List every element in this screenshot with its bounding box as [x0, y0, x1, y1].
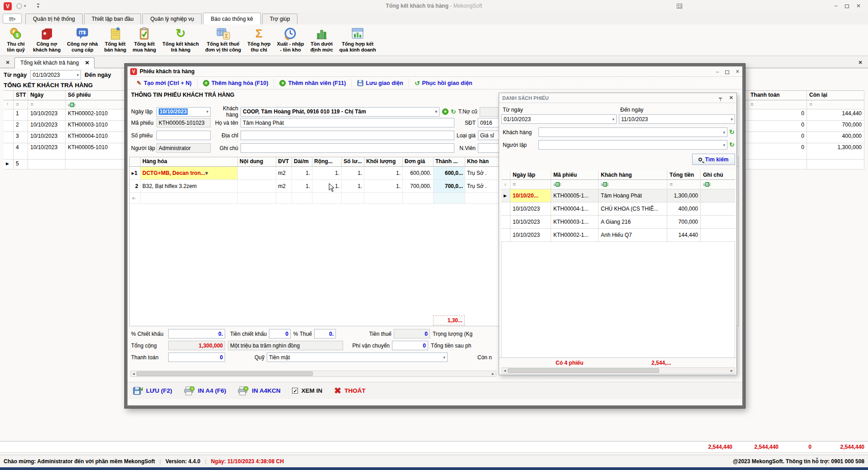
ribbon-button-thu-chi-ton-quy[interactable]: €$ Thu chitồn quỹ [2, 25, 30, 53]
ribbon-button-tong-hop-thu-chi[interactable]: Σ Tổng hợpthu chi [244, 25, 274, 53]
app-menu-button[interactable]: ▤▾ [3, 14, 22, 24]
list-item[interactable]: ▶ 10/10/20... KTH00005-1... Tâm Hoàng Ph… [501, 189, 735, 202]
print-a4kcn-button[interactable]: ? IN A4KCN [238, 386, 280, 395]
dialog-hscrollbar[interactable]: ◄ ► [130, 371, 496, 377]
dialog-minimize-icon[interactable]: – [716, 69, 719, 74]
chevron-down-icon[interactable]: ▾ [205, 170, 208, 176]
new-button[interactable]: ✎Tạo mới (Ctrl + N) [131, 79, 198, 88]
panel-titlebar[interactable]: DANH SÁCH PHIẾU ✕ [499, 93, 736, 103]
chevron-down-icon[interactable]: ▾ [729, 117, 733, 122]
tong-tien-sau-phi-label: Tổng tiền sau ph [428, 343, 481, 349]
panel-close-icon[interactable]: ✕ [729, 95, 733, 101]
minimize-button[interactable]: – [832, 3, 840, 9]
list-item[interactable]: 10/10/2023 KTH00003-1... A Giang 216 700… [501, 216, 735, 229]
panel-table-filter-row[interactable]: ♀ = aBc aBc = aBc [501, 180, 735, 189]
ribbon-button-tong-ket-khach-tra-hang[interactable]: ↻ Tổng kết kháchtrả hàng [159, 25, 202, 53]
refresh-icon[interactable]: ↻ [729, 128, 735, 136]
ribbon-button-tong-ket-ban-hang[interactable]: Tổng kếtbán hàng [101, 25, 129, 53]
dialog-titlebar[interactable]: V Phiếu khách trả hàng – ✕ [127, 66, 742, 77]
tab-quan-ly-nghiep-vu[interactable]: Quản lý nghiệp vụ [142, 14, 202, 24]
add-customer-icon[interactable]: + [442, 108, 448, 115]
panel-from-date-input[interactable]: 01/10/2023▾ [501, 114, 617, 124]
chevron-down-icon[interactable]: ▾ [722, 130, 725, 135]
dia-chi-input[interactable] [241, 131, 454, 140]
product-name-cell[interactable]: B32, Bạt hiflex 3.2zem [141, 180, 238, 193]
tab-bao-cao-thong-ke[interactable]: Báo cáo thống kê [203, 13, 260, 24]
preview-checkbox[interactable]: ✓ XEM IN [292, 387, 322, 394]
chevron-down-icon[interactable]: ▾ [442, 355, 445, 360]
ribbon-button-tong-hop-ket-qua-kinh-doanh[interactable]: Tổng hợp kếtquả kinh doanh [336, 25, 379, 53]
abc-filter-icon: aBc [701, 180, 735, 189]
section-title: THÔNG TIN PHIẾU KHÁCH TRẢ HÀNG [131, 92, 234, 98]
panel-to-date-input[interactable]: 11/10/2023▾ [619, 114, 735, 124]
add-staff-button[interactable]: +Thêm nhân viên (F11) [274, 79, 352, 88]
tab-quan-tri-he-thong[interactable]: Quản trị hệ thống [25, 14, 83, 24]
maximize-button[interactable] [843, 3, 851, 9]
scroll-left-icon[interactable]: ◄ [502, 369, 508, 373]
t-no-cu-label: T.Nợ cũ [456, 108, 480, 115]
save-layout-button[interactable]: Lưu giao diện [352, 79, 409, 88]
ribbon-button-tong-ket-thue[interactable]: Σ Tổng kết thuếđơn vị thi công [202, 25, 244, 53]
dialog-maximize-icon[interactable] [725, 70, 729, 74]
summary-total: 0 [808, 444, 811, 450]
ho-ten-input[interactable]: Tâm Hoàng Phát [241, 118, 454, 127]
thanh-toan-input[interactable]: 0 [168, 352, 225, 362]
ribbon-button-xuat-nhap-ton-kho[interactable]: Xuất - nhập- tồn kho [274, 25, 307, 53]
refresh-icon[interactable]: ↻ [729, 141, 735, 148]
ribbon-button-ton-duoi-dinh-muc[interactable]: Tồn dướiđịnh mức [307, 25, 336, 53]
tien-chiet-khau-input[interactable]: 0 [269, 329, 291, 338]
ribbon-button-cong-no-khach-hang[interactable]: Công nợkhách hàng [30, 25, 64, 53]
panel-creator-combo[interactable]: ▾ [538, 140, 727, 150]
save-button[interactable]: LƯU (F2) [133, 386, 172, 395]
report-from-date-input[interactable]: 01/10/2023▾ [30, 70, 81, 80]
chevron-down-icon[interactable]: ▾ [75, 73, 79, 77]
scroll-right-icon[interactable]: ► [729, 369, 735, 373]
quy-combo[interactable]: Tiền mặt▾ [267, 352, 448, 362]
close-button[interactable]: ✕ [854, 3, 863, 9]
dialog-close-icon[interactable]: ✕ [736, 69, 740, 75]
svg-text:?: ? [245, 387, 247, 390]
scroll-left-icon[interactable]: ◄ [131, 372, 137, 376]
add-item-button[interactable]: +Thêm hàng hóa (F10) [198, 79, 274, 88]
checkbox-checked-icon[interactable]: ✓ [292, 388, 298, 394]
refresh-icon[interactable]: ↻ [451, 108, 456, 115]
phi-van-chuyen-input[interactable]: 0 [392, 341, 428, 350]
mdi-close-right-icon[interactable]: ✕ [855, 58, 865, 67]
chiet-khau-input[interactable]: 0. [168, 329, 225, 338]
tab-tro-giup[interactable]: Trợ giúp [262, 14, 298, 24]
chevron-down-icon[interactable]: ▾ [611, 117, 614, 122]
equals-filter-icon: = [667, 180, 701, 189]
clipboard-check-icon [137, 26, 151, 41]
khach-hang-combo[interactable]: COOP, Tâm Hoàng Phát, 0916 010 119 - Chị… [241, 107, 439, 117]
plus-icon: + [203, 80, 209, 86]
tien-thue-label: Tiền thuế [336, 331, 394, 337]
chevron-down-icon[interactable]: ▾ [205, 109, 208, 114]
product-name-cell[interactable]: DCTG+MB, Decan tron...▾ [141, 167, 238, 179]
mdi-close-all-icon[interactable]: ✕ [3, 58, 13, 67]
chevron-down-icon[interactable]: ▾ [434, 109, 437, 114]
search-button[interactable]: Tìm kiếm [692, 154, 735, 165]
list-item[interactable]: 10/10/2023 KTH00004-1... CHÚ KHOA (CS TH… [501, 202, 735, 216]
print-a4-button[interactable]: ? IN A4 (F6) [184, 386, 226, 395]
exit-button[interactable]: ✖ THOÁT [334, 385, 365, 396]
ghi-chu-input[interactable] [241, 143, 454, 153]
so-phieu-input[interactable] [156, 131, 211, 140]
ribbon-button-cong-no-nha-cung-cap[interactable]: Công nợ nhàcung cấp [64, 25, 101, 53]
panel-customer-combo[interactable]: ▾ [538, 127, 727, 137]
layout-icon[interactable] [677, 4, 682, 9]
list-item[interactable]: 10/10/2023 KTH00002-1... Anh Hiếu Q7 144… [501, 229, 735, 242]
panel-count: Có 4 phiếu [556, 360, 583, 366]
panel-hscrollbar[interactable]: ◄ ► [501, 367, 735, 374]
chevron-down-icon[interactable]: ▾ [722, 143, 725, 147]
ngay-lap-input[interactable]: 10/10/2023▾ [156, 107, 211, 117]
abc-filter-icon: aBc [551, 180, 599, 189]
tab-thiet-lap-ban-dau[interactable]: Thiết lập ban đầu [84, 14, 142, 24]
mdi-tab-tong-ket-khach-tra-hang[interactable]: Tổng kết khách trả hàng ✕ [14, 57, 94, 68]
ribbon-button-tong-ket-mua-hang[interactable]: Tổng kếtmua hàng [129, 25, 159, 53]
scroll-right-icon[interactable]: ► [490, 372, 496, 376]
table-sigma-icon: Σ [216, 26, 231, 41]
thue-input[interactable]: 0. [314, 329, 336, 338]
pin-icon[interactable] [719, 98, 722, 99]
restore-layout-button[interactable]: ↺Phục hồi giao diện [409, 79, 478, 88]
mdi-tab-close-icon[interactable]: ✕ [85, 60, 90, 66]
